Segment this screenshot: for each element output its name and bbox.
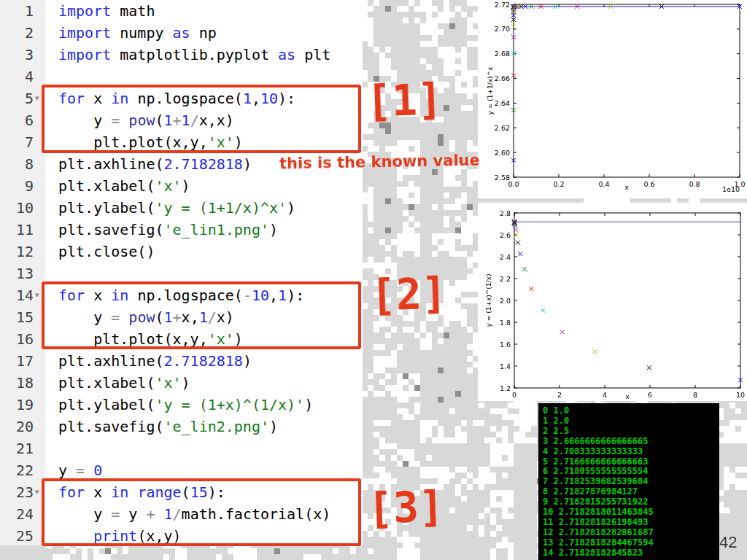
annotation-label-3: [3] — [367, 481, 445, 534]
code-line: 2import numpy as np — [0, 22, 363, 44]
code-text: plt.close() — [58, 241, 155, 262]
code-text: plt.xlabel('x') — [58, 175, 190, 197]
line-number: 8 — [0, 153, 34, 175]
terminal-line: 5 2.7166666666666663 — [543, 457, 719, 467]
code-editor-panel: 1import math2import numpy as np3import m… — [0, 0, 363, 545]
code-line: 17plt.axhline(2.7182818) — [0, 350, 363, 372]
line-number: 11 — [0, 219, 34, 241]
page-number: 42 — [719, 533, 747, 552]
x-tick-label: 0.8 — [689, 180, 700, 188]
line-number: 16 — [0, 328, 34, 350]
code-line: 18plt.xlabel('x') — [0, 372, 363, 394]
x-tick-label: 0 — [512, 391, 516, 399]
x-tick-label: 0.6 — [643, 180, 654, 188]
y-tick-label: 1.6 — [500, 341, 511, 349]
plot-e-lin2-svg: 02468101.21.41.61.82.02.22.42.62.8xy = (… — [478, 203, 747, 401]
annotation-box-1 — [42, 85, 361, 153]
plot-e-lin2: 02468101.21.41.61.82.02.22.42.62.8xy = (… — [478, 203, 747, 401]
annotation-box-2 — [42, 281, 361, 349]
annotation-box-3 — [42, 478, 361, 546]
y-tick-label: 2.6 — [500, 231, 511, 239]
line-number: 6 — [0, 109, 34, 131]
line-number: 22 — [0, 459, 34, 481]
code-line: 10plt.ylabel('y = (1+1/x)^x') — [0, 197, 363, 219]
line-number: 20 — [0, 416, 34, 438]
code-text: import numpy as np — [58, 22, 217, 44]
y-tick-label: 1.8 — [500, 319, 511, 327]
code-text: plt.ylabel('y = (1+1/x)^x') — [58, 197, 295, 219]
code-lines: 1import math2import numpy as np3import m… — [0, 0, 363, 547]
terminal-line: 14 2.71828182845823 — [543, 548, 719, 559]
terminal-line: 3 2.6666666666666665 — [543, 437, 719, 447]
terminal-line: 6 2.7180555555555554 — [543, 467, 719, 477]
y-tick-label: 2.64 — [495, 99, 510, 107]
scatter-points — [512, 219, 743, 382]
code-line: 1import math — [0, 0, 363, 22]
line-number: 18 — [0, 372, 34, 394]
y-tick-label: 2.62 — [495, 124, 510, 132]
y-tick-label: 2.4 — [500, 253, 511, 261]
known-value-note: this is the known value — [279, 151, 491, 172]
y-tick-label: 2.2 — [500, 275, 511, 283]
code-text: plt.savefig('e_lin2.png') — [58, 416, 278, 438]
x-axis-label: x — [624, 183, 629, 191]
line-number: 4 — [0, 66, 34, 88]
code-text: plt.savefig('e_lin1.png') — [58, 219, 278, 241]
line-number: 2 — [0, 22, 34, 44]
terminal-line: 9 2.7182815255731922 — [543, 497, 719, 508]
line-number: 1 — [0, 0, 34, 22]
terminal-line: 2 2.5 — [543, 427, 719, 437]
x-tick-label: 6 — [648, 391, 652, 399]
x-tick-label: 0.0 — [508, 180, 519, 188]
y-axis-label: y = (1+1/x)^x — [487, 66, 494, 115]
slide: 1import math2import numpy as np3import m… — [0, 0, 747, 560]
code-line: 12plt.close() — [0, 241, 363, 262]
code-line: 3import matplotlib.pyplot as plt — [0, 44, 363, 66]
y-tick-label: 2.72 — [495, 1, 510, 9]
annotation-label-1: [1] — [365, 74, 444, 127]
x-tick-label: 2 — [557, 391, 562, 399]
terminal-line: 7 2.7182539682539684 — [543, 477, 719, 487]
line-number: 5 — [0, 88, 34, 109]
x-tick-label: 4 — [603, 391, 607, 399]
x-tick-label: 0.4 — [598, 180, 609, 188]
code-text: import math — [58, 0, 155, 22]
y-axis-label: y = (1+x)^(1/x) — [485, 274, 492, 327]
y-tick-label: 2.70 — [495, 25, 510, 33]
axes-frame — [514, 4, 740, 177]
terminal-line: 0 1.0 — [543, 406, 719, 416]
line-number: 9 — [0, 175, 34, 197]
terminal-output: 0 1.01 2.02 2.53 2.66666666666666654 2.7… — [538, 403, 719, 560]
code-line: 20plt.savefig('e_lin2.png') — [0, 416, 363, 438]
y-tick-label: 1.4 — [500, 362, 511, 370]
terminal-line: 12 2.7182818282861687 — [543, 528, 719, 538]
code-text: plt.axhline(2.7182818) — [58, 350, 252, 372]
x-tick-label: 10 — [736, 391, 745, 399]
annotation-label-2: [2] — [370, 268, 448, 321]
terminal-line: 10 2.7182818011463845 — [543, 508, 719, 518]
code-text: import matplotlib.pyplot as plt — [58, 44, 330, 66]
terminal-line: 11 2.718281826198493 — [543, 518, 719, 528]
y-tick-label: 2.58 — [495, 174, 510, 182]
y-tick-label: 1.2 — [500, 384, 511, 392]
line-number: 21 — [0, 438, 34, 459]
terminal-line: 13 2.7182818284467594 — [543, 538, 719, 548]
line-number: 19 — [0, 394, 34, 416]
line-number: 25 — [0, 525, 34, 547]
axis-offset-label: 1e10 — [722, 185, 740, 193]
scatter-points — [511, 4, 742, 163]
line-number: 7 — [0, 131, 34, 153]
terminal-line: 8 2.71827876984127 — [543, 487, 719, 497]
y-tick-label: 2.68 — [495, 50, 510, 58]
line-number: 13 — [0, 262, 34, 284]
code-text: plt.axhline(2.7182818) — [58, 153, 252, 175]
axes-frame — [514, 213, 740, 388]
line-number: 3 — [0, 44, 34, 66]
x-tick-label: 0.2 — [553, 180, 564, 188]
code-line: 9plt.xlabel('x') — [0, 175, 363, 197]
line-number: 12 — [0, 241, 34, 262]
terminal-line: 1 2.0 — [543, 416, 719, 427]
line-number: 10 — [0, 197, 34, 219]
code-text: plt.ylabel('y = (1+x)^(1/x)') — [58, 394, 313, 416]
code-line: 21 — [0, 438, 363, 459]
